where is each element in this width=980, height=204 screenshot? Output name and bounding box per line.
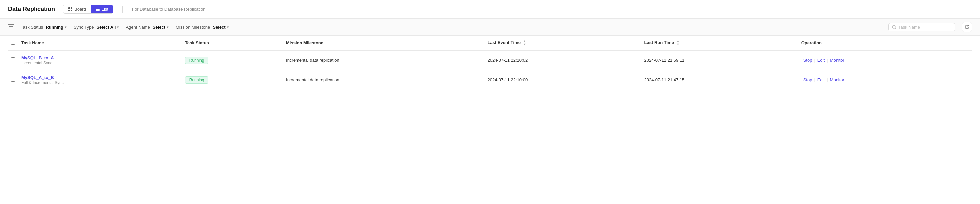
task-status-dropdown[interactable]: Running ▾ <box>45 24 67 31</box>
svg-rect-6 <box>95 10 100 11</box>
page-header: Data Replication Board List For Database… <box>0 0 980 19</box>
last-run-time-cell: 2024-07-11 21:59:11 <box>642 50 799 70</box>
refresh-icon <box>965 25 969 29</box>
row-checkbox[interactable] <box>11 77 15 82</box>
monitor-button[interactable]: Monitor <box>828 57 846 63</box>
stop-button[interactable]: Stop <box>801 76 814 83</box>
task-sub-label: Incremental Sync <box>21 61 52 65</box>
operation-cell: Stop | Edit | Monitor <box>799 50 972 70</box>
sync-type-dropdown[interactable]: Select All ▾ <box>95 24 119 31</box>
monitor-button[interactable]: Monitor <box>828 76 846 83</box>
table-row: MySQL_B_to_A Incremental Sync Running In… <box>8 50 972 70</box>
chevron-down-icon: ▾ <box>167 26 169 29</box>
sort-icon: ▲▼ <box>523 40 526 46</box>
mission-milestone-cell: Incremental data replication <box>283 50 485 70</box>
list-view-button[interactable]: List <box>91 5 113 13</box>
task-name-link[interactable]: MySQL_A_to_B <box>21 75 180 80</box>
filter-icon[interactable] <box>8 24 14 30</box>
task-status-cell: Running <box>183 50 283 70</box>
sort-icon: ▲▼ <box>677 40 680 46</box>
svg-rect-3 <box>71 10 72 11</box>
col-last-run-time: Last Run Time ▲▼ <box>642 36 799 50</box>
replication-table: Task Name Task Status Mission Milestone … <box>8 36 972 90</box>
stop-button[interactable]: Stop <box>801 57 814 63</box>
mission-milestone-filter: Mission Milestone Select ▾ <box>176 24 229 31</box>
svg-rect-1 <box>71 7 72 9</box>
toolbar: Task Status Running ▾ Sync Type Select A… <box>0 19 980 36</box>
svg-line-11 <box>895 28 896 29</box>
task-sub-label: Full & Incremental Sync <box>21 80 64 85</box>
row-checkbox-cell <box>8 70 19 90</box>
sync-type-filter: Sync Type Select All ▾ <box>73 24 119 31</box>
agent-name-dropdown[interactable]: Select ▾ <box>152 24 169 31</box>
board-view-button[interactable]: Board <box>63 5 91 13</box>
operation-cell: Stop | Edit | Monitor <box>799 70 972 90</box>
col-last-event-time: Last Event Time ▲▼ <box>485 36 641 50</box>
header-divider <box>123 6 123 13</box>
col-operation: Operation <box>799 36 972 50</box>
status-badge: Running <box>185 57 209 64</box>
mission-milestone-dropdown[interactable]: Select ▾ <box>212 24 229 31</box>
board-icon <box>68 7 73 12</box>
svg-rect-4 <box>95 8 100 8</box>
select-all-checkbox[interactable] <box>11 40 15 45</box>
table-container: Task Name Task Status Mission Milestone … <box>0 36 980 90</box>
task-name-link[interactable]: MySQL_B_to_A <box>21 55 180 61</box>
status-badge: Running <box>185 76 209 84</box>
search-input[interactable] <box>899 25 952 30</box>
task-name-cell: MySQL_A_to_B Full & Incremental Sync <box>19 70 183 90</box>
svg-rect-0 <box>68 7 70 9</box>
task-status-cell: Running <box>183 70 283 90</box>
last-run-time-cell: 2024-07-11 21:47:15 <box>642 70 799 90</box>
last-event-time-cell: 2024-07-11 22:10:00 <box>485 70 641 90</box>
list-icon <box>95 7 100 12</box>
col-task-status: Task Status <box>183 36 283 50</box>
svg-rect-2 <box>68 10 70 11</box>
search-icon <box>892 25 896 29</box>
chevron-down-icon: ▾ <box>117 26 119 29</box>
row-checkbox-cell <box>8 50 19 70</box>
svg-rect-5 <box>95 9 100 10</box>
refresh-button[interactable] <box>962 22 972 32</box>
task-status-filter: Task Status Running ▾ <box>21 24 67 31</box>
view-toggle: Board List <box>63 5 113 14</box>
header-description: For Database to Database Replication <box>132 7 205 12</box>
chevron-down-icon: ▾ <box>227 26 229 29</box>
agent-name-filter: Agent Name Select ▾ <box>126 24 169 31</box>
row-checkbox[interactable] <box>11 57 15 62</box>
mission-milestone-cell: Incremental data replication <box>283 70 485 90</box>
col-task-name: Task Name <box>19 36 183 50</box>
task-name-cell: MySQL_B_to_A Incremental Sync <box>19 50 183 70</box>
edit-button[interactable]: Edit <box>815 57 827 63</box>
last-event-time-cell: 2024-07-11 22:10:02 <box>485 50 641 70</box>
search-box <box>888 23 955 31</box>
page-title: Data Replication <box>8 6 55 13</box>
edit-button[interactable]: Edit <box>815 76 827 83</box>
table-row: MySQL_A_to_B Full & Incremental Sync Run… <box>8 70 972 90</box>
chevron-down-icon: ▾ <box>65 26 66 29</box>
select-all-header <box>8 36 19 50</box>
col-mission-milestone: Mission Milestone <box>283 36 485 50</box>
